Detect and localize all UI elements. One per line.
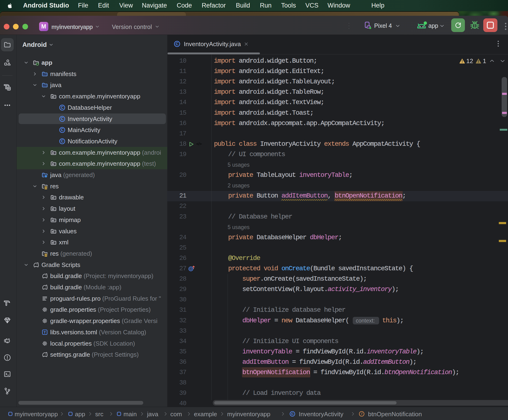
svg-text:C: C [61, 128, 63, 132]
svg-text:T: T [44, 330, 46, 334]
svg-text:C: C [61, 117, 63, 121]
svg-text:C: C [291, 412, 294, 416]
svg-text:C: C [61, 139, 63, 143]
svg-text:f: f [361, 412, 363, 416]
svg-text:C: C [61, 105, 63, 109]
svg-text:C: C [176, 42, 179, 46]
